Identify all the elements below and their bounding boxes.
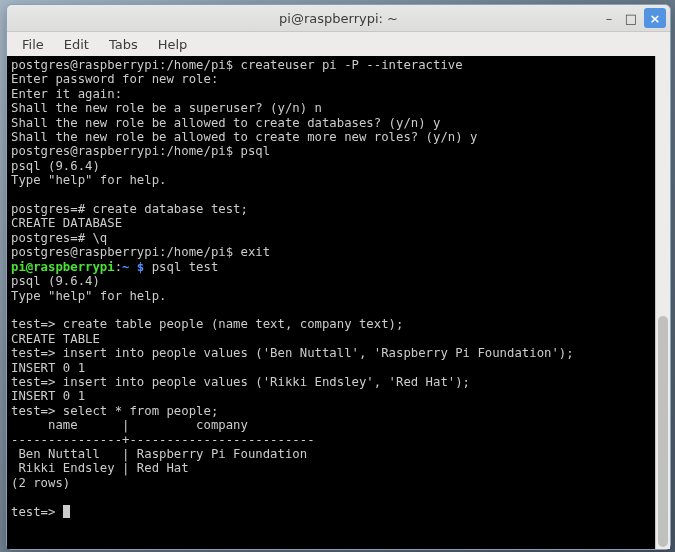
terminal-line: test=> insert into people values ('Ben N… bbox=[11, 346, 652, 360]
terminal-line: Shall the new role be allowed to create … bbox=[11, 130, 652, 144]
menu-file[interactable]: File bbox=[13, 35, 53, 54]
terminal-text: postgres@raspberrypi:/home/pi$ createuse… bbox=[11, 58, 463, 72]
scrollbar-track[interactable] bbox=[655, 56, 670, 549]
terminal-text: : bbox=[115, 260, 122, 274]
terminal-line: Type "help" for help. bbox=[11, 289, 652, 303]
terminal-line: Type "help" for help. bbox=[11, 173, 652, 187]
terminal-text: test=> bbox=[11, 505, 63, 519]
terminal-text: Type "help" for help. bbox=[11, 173, 166, 187]
terminal-line: postgres@raspberrypi:/home/pi$ psql bbox=[11, 144, 652, 158]
terminal-line: postgres=# create database test; bbox=[11, 202, 652, 216]
menubar: File Edit Tabs Help bbox=[7, 32, 670, 56]
terminal-text: Ben Nuttall | Raspberry Pi Foundation bbox=[11, 447, 307, 461]
terminal-line: Shall the new role be allowed to create … bbox=[11, 116, 652, 130]
close-button[interactable]: × bbox=[644, 8, 666, 28]
terminal-text: psql (9.6.4) bbox=[11, 159, 100, 173]
terminal-text: name | company bbox=[11, 418, 248, 432]
terminal-text: Shall the new role be a superuser? (y/n)… bbox=[11, 101, 322, 115]
terminal-text: psql test bbox=[144, 260, 218, 274]
terminal-line: pi@raspberrypi:~ $ psql test bbox=[11, 260, 652, 274]
terminal-line bbox=[11, 303, 652, 317]
terminal-text: postgres@raspberrypi:/home/pi$ exit bbox=[11, 245, 270, 259]
terminal-line: psql (9.6.4) bbox=[11, 159, 652, 173]
terminal-text: INSERT 0 1 bbox=[11, 389, 85, 403]
terminal-line: Rikki Endsley | Red Hat bbox=[11, 461, 652, 475]
terminal-text: Rikki Endsley | Red Hat bbox=[11, 461, 189, 475]
terminal-line: CREATE DATABASE bbox=[11, 216, 652, 230]
cursor bbox=[63, 505, 70, 518]
terminal-line: Ben Nuttall | Raspberry Pi Foundation bbox=[11, 447, 652, 461]
terminal-text: Shall the new role be allowed to create … bbox=[11, 116, 440, 130]
terminal-text: postgres@raspberrypi:/home/pi$ psql bbox=[11, 144, 270, 158]
terminal-line: postgres@raspberrypi:/home/pi$ exit bbox=[11, 245, 652, 259]
terminal-text: test=> insert into people values ('Rikki… bbox=[11, 375, 470, 389]
terminal-line: INSERT 0 1 bbox=[11, 389, 652, 403]
terminal-window: pi@raspberrypi: ~ – □ × File Edit Tabs H… bbox=[6, 4, 671, 550]
menu-edit[interactable]: Edit bbox=[55, 35, 98, 54]
terminal-line: ---------------+------------------------… bbox=[11, 433, 652, 447]
terminal-text: ---------------+------------------------… bbox=[11, 433, 315, 447]
terminal-text: postgres=# create database test; bbox=[11, 202, 248, 216]
terminal-line: test=> select * from people; bbox=[11, 404, 652, 418]
terminal-text: Type "help" for help. bbox=[11, 289, 166, 303]
terminal-line: postgres@raspberrypi:/home/pi$ createuse… bbox=[11, 58, 652, 72]
terminal-line: name | company bbox=[11, 418, 652, 432]
terminal-text: pi@raspberrypi bbox=[11, 260, 115, 274]
terminal-line: Shall the new role be a superuser? (y/n)… bbox=[11, 101, 652, 115]
terminal-text: Enter it again: bbox=[11, 87, 122, 101]
terminal-viewport: postgres@raspberrypi:/home/pi$ createuse… bbox=[7, 56, 670, 549]
terminal-line bbox=[11, 188, 652, 202]
terminal-line: postgres=# \q bbox=[11, 231, 652, 245]
terminal-line: Enter it again: bbox=[11, 87, 652, 101]
minimize-button[interactable]: – bbox=[598, 8, 620, 28]
terminal-text: test=> insert into people values ('Ben N… bbox=[11, 346, 574, 360]
terminal-text: psql (9.6.4) bbox=[11, 274, 100, 288]
terminal-line: psql (9.6.4) bbox=[11, 274, 652, 288]
terminal-text: (2 rows) bbox=[11, 476, 70, 490]
terminal-text: ~ $ bbox=[122, 260, 144, 274]
terminal-line: test=> bbox=[11, 505, 652, 519]
menu-tabs[interactable]: Tabs bbox=[100, 35, 147, 54]
titlebar[interactable]: pi@raspberrypi: ~ – □ × bbox=[7, 5, 670, 32]
terminal-text: CREATE TABLE bbox=[11, 332, 100, 346]
terminal-line: CREATE TABLE bbox=[11, 332, 652, 346]
terminal[interactable]: postgres@raspberrypi:/home/pi$ createuse… bbox=[7, 56, 656, 549]
terminal-text: test=> create table people (name text, c… bbox=[11, 317, 403, 331]
terminal-line: test=> insert into people values ('Rikki… bbox=[11, 375, 652, 389]
terminal-line: (2 rows) bbox=[11, 476, 652, 490]
terminal-line: Enter password for new role: bbox=[11, 72, 652, 86]
terminal-text: INSERT 0 1 bbox=[11, 361, 85, 375]
window-title: pi@raspberrypi: ~ bbox=[7, 11, 670, 26]
terminal-line: test=> create table people (name text, c… bbox=[11, 317, 652, 331]
terminal-line bbox=[11, 490, 652, 504]
terminal-text: Shall the new role be allowed to create … bbox=[11, 130, 477, 144]
scrollbar-thumb[interactable] bbox=[658, 316, 668, 547]
terminal-text: test=> select * from people; bbox=[11, 404, 218, 418]
window-controls: – □ × bbox=[598, 8, 666, 28]
terminal-text: Enter password for new role: bbox=[11, 72, 218, 86]
terminal-text: CREATE DATABASE bbox=[11, 216, 122, 230]
menu-help[interactable]: Help bbox=[149, 35, 197, 54]
terminal-line: INSERT 0 1 bbox=[11, 361, 652, 375]
maximize-button[interactable]: □ bbox=[620, 8, 642, 28]
terminal-text: postgres=# \q bbox=[11, 231, 107, 245]
